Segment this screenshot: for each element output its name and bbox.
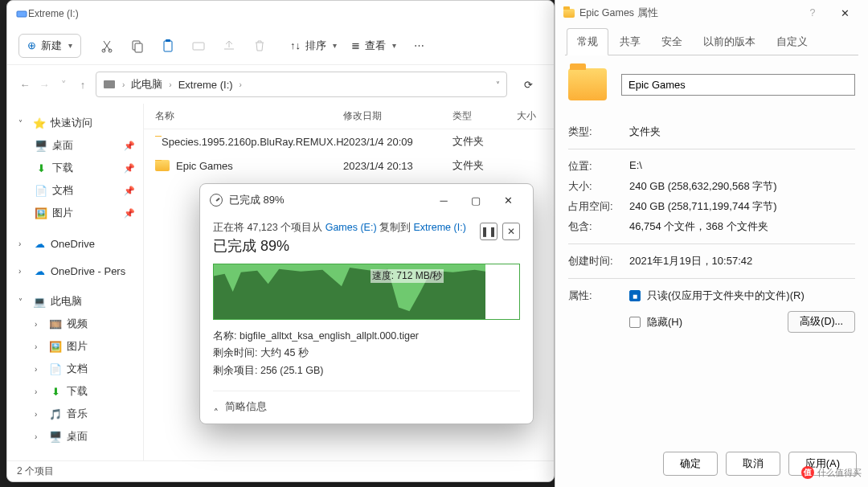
- window-title: Extreme (I:): [28, 8, 79, 19]
- svg-rect-0: [17, 11, 27, 17]
- hidden-checkbox[interactable]: [629, 317, 641, 328]
- prop-size: 240 GB (258,632,290,568 字节): [629, 179, 855, 194]
- crumb-thispc[interactable]: 此电脑: [131, 77, 162, 92]
- percent-label: 已完成 89%: [213, 236, 520, 256]
- close-button[interactable]: ✕: [829, 2, 860, 24]
- sidebar: ˅⭐快速访问 🖥️桌面📌 ⬇下载📌 📄文档📌 🖼️图片📌 ›☁OneDrive …: [7, 104, 144, 460]
- share-button[interactable]: [215, 31, 244, 60]
- properties-tabs: 常规 共享 安全 以前的版本 自定义: [555, 26, 868, 55]
- help-button[interactable]: ?: [797, 2, 828, 24]
- tab-share[interactable]: 共享: [610, 29, 650, 55]
- folder-name-input[interactable]: [621, 74, 855, 96]
- sidebar-pictures2[interactable]: ›🖼️图片: [7, 335, 143, 358]
- paste-button[interactable]: [154, 31, 182, 60]
- cancel-button[interactable]: 取消: [726, 452, 780, 476]
- col-size[interactable]: 大小: [517, 109, 547, 123]
- sidebar-desktop[interactable]: 🖥️桌面📌: [7, 134, 143, 157]
- sidebar-downloads2[interactable]: ›⬇下载: [7, 380, 143, 403]
- picture-icon: 🖼️: [35, 207, 47, 219]
- minimize-button[interactable]: ─: [428, 189, 459, 211]
- cancel-copy-button[interactable]: ✕: [502, 223, 520, 240]
- refresh-button[interactable]: ⟳: [524, 79, 533, 91]
- sidebar-onedrive[interactable]: ›☁OneDrive: [7, 232, 143, 255]
- ok-button[interactable]: 确定: [663, 452, 718, 476]
- cut-button[interactable]: [92, 31, 121, 60]
- crumb-drive[interactable]: Extreme (I:): [178, 79, 233, 91]
- tab-previous[interactable]: 以前的版本: [694, 29, 765, 55]
- drive-icon: [103, 78, 116, 91]
- chevron-down-icon: ▾: [333, 41, 337, 50]
- file-row[interactable]: Species.1995.2160p.BluRay.REMUX.H... 202…: [144, 129, 554, 153]
- copy-button[interactable]: [123, 31, 152, 60]
- nav-arrows: ← → ˅ ↑: [18, 79, 89, 91]
- dest-link[interactable]: Extreme (I:): [414, 222, 466, 233]
- sidebar-documents2[interactable]: ›📄文档: [7, 358, 143, 380]
- sort-button[interactable]: ↑↓ 排序 ▾: [284, 35, 343, 57]
- drive-icon: [15, 7, 28, 20]
- advanced-button[interactable]: 高级(D)...: [788, 311, 855, 333]
- tab-security[interactable]: 安全: [652, 29, 692, 55]
- col-name[interactable]: 名称: [150, 109, 343, 123]
- breadcrumb[interactable]: › 此电脑 › Extreme (I:) › ˅: [96, 72, 507, 97]
- column-headers[interactable]: 名称 修改日期 类型 大小: [144, 104, 554, 129]
- svg-rect-5: [164, 41, 172, 51]
- chevron-down-icon: ▾: [68, 41, 72, 50]
- folder-icon: [563, 9, 575, 18]
- back-button[interactable]: ←: [18, 79, 31, 91]
- copy-dialog: 已完成 89% ─ ▢ ✕ 正在将 47,123 个项目从 Games (E:)…: [199, 183, 534, 424]
- pin-icon: 📌: [124, 186, 135, 196]
- speed-label: 速度: 712 MB/秒: [371, 269, 444, 283]
- pc-icon: 💻: [33, 295, 46, 308]
- watermark: 值 什么值得买: [801, 466, 862, 479]
- up-button[interactable]: ↑: [76, 79, 89, 91]
- tab-custom[interactable]: 自定义: [767, 29, 817, 55]
- sidebar-onedrive-personal[interactable]: ›☁OneDrive - Pers: [7, 260, 143, 282]
- sidebar-pictures[interactable]: 🖼️图片📌: [7, 202, 143, 224]
- col-date[interactable]: 修改日期: [343, 109, 452, 123]
- view-button[interactable]: ≣ 查看 ▾: [345, 35, 403, 57]
- recent-button[interactable]: ˅: [57, 79, 70, 91]
- file-row[interactable]: Epic Games 2023/1/4 20:13 文件夹: [144, 153, 554, 178]
- sidebar-downloads[interactable]: ⬇下载📌: [7, 157, 143, 179]
- new-button[interactable]: ⊕ 新建 ▾: [18, 34, 81, 58]
- svg-rect-4: [135, 43, 142, 52]
- sidebar-music[interactable]: ›🎵音乐: [7, 403, 143, 425]
- prop-contains: 46,754 个文件，368 个文件夹: [629, 219, 855, 234]
- close-button[interactable]: ✕: [493, 189, 523, 211]
- desktop-icon: 🖥️: [49, 430, 62, 443]
- readonly-checkbox[interactable]: ■: [629, 290, 641, 301]
- music-icon: 🎵: [49, 407, 62, 420]
- delete-button[interactable]: [245, 31, 274, 60]
- pin-icon: 📌: [124, 163, 135, 174]
- prop-ondisk: 240 GB (258,711,199,744 字节): [629, 199, 855, 214]
- more-button[interactable]: ⋯: [404, 31, 433, 60]
- tab-general[interactable]: 常规: [567, 28, 608, 55]
- properties-footer: 确定 取消 应用(A): [555, 440, 868, 487]
- sidebar-quick-access[interactable]: ˅⭐快速访问: [7, 112, 143, 134]
- explorer-titlebar: Extreme (I:): [7, 1, 554, 27]
- sidebar-documents[interactable]: 📄文档📌: [7, 179, 143, 202]
- cloud-icon: ☁: [33, 237, 46, 250]
- sidebar-thispc[interactable]: ˅💻此电脑: [7, 290, 143, 313]
- explorer-navbar: ← → ˅ ↑ › 此电脑 › Extreme (I:) › ˅ ⟳: [7, 65, 554, 104]
- dropdown-icon[interactable]: ˅: [496, 80, 500, 89]
- toggle-details-button[interactable]: ˅ 简略信息: [213, 391, 520, 414]
- rename-button[interactable]: [184, 31, 213, 60]
- forward-button[interactable]: →: [38, 79, 51, 91]
- col-type[interactable]: 类型: [452, 109, 517, 123]
- copy-details: 名称: bigfile_alltxt_ksa_english_allplt.00…: [213, 328, 520, 379]
- chevron-right-icon: ›: [240, 80, 242, 89]
- maximize-button[interactable]: ▢: [461, 189, 491, 211]
- source-link[interactable]: Games (E:): [326, 222, 377, 233]
- chevron-right-icon: ›: [169, 80, 171, 89]
- pause-button[interactable]: ❚❚: [480, 223, 497, 240]
- sidebar-desktop2[interactable]: ›🖥️桌面: [7, 425, 143, 448]
- prop-created: 2021年1月19日，10:57:42: [629, 254, 855, 268]
- download-icon: ⬇: [35, 162, 47, 174]
- pin-icon: 📌: [124, 141, 135, 151]
- prop-type: 文件夹: [629, 125, 855, 139]
- properties-window: Epic Games 属性 ? ✕ 常规 共享 安全 以前的版本 自定义 类型:…: [555, 0, 868, 487]
- sidebar-videos[interactable]: ›🎞️视频: [7, 313, 143, 335]
- svg-rect-8: [104, 80, 115, 88]
- properties-titlebar: Epic Games 属性 ? ✕: [555, 0, 868, 26]
